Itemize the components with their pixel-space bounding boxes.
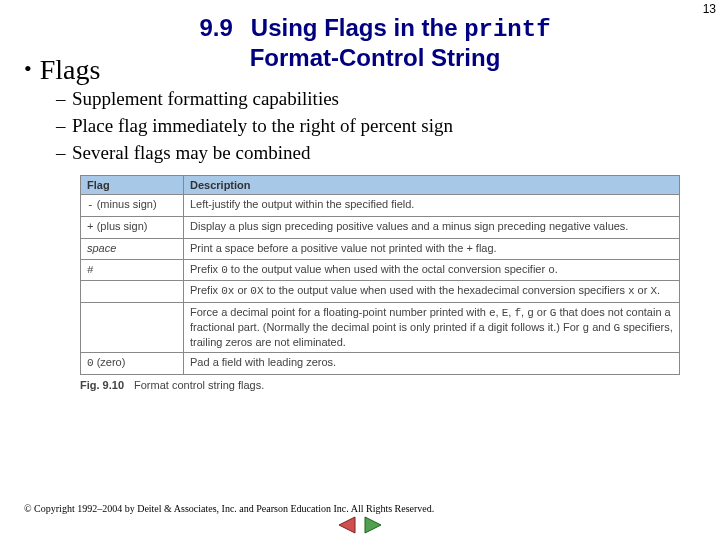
flags-table: Flag Description - (minus sign)Left-just…	[80, 175, 680, 375]
section-number: 9.9	[199, 14, 232, 41]
slide-title: 9.9Using Flags in the printf Format-Cont…	[120, 14, 630, 71]
flag-cell: - (minus sign)	[81, 195, 184, 217]
sub-bullet-text: Place flag immediately to the right of p…	[72, 115, 453, 136]
sub-bullet-list: –Supplement formatting capabilities –Pla…	[56, 87, 720, 165]
table-row: spacePrint a space before a positive val…	[81, 238, 680, 259]
flag-cell	[81, 303, 184, 353]
description-cell: Prefix 0x or 0X to the output value when…	[184, 281, 680, 303]
table-header-row: Flag Description	[81, 176, 680, 195]
flag-cell	[81, 281, 184, 303]
figure-number: Fig. 9.10	[80, 379, 124, 391]
sub-bullet-item: –Several flags may be combined	[56, 141, 720, 166]
description-cell: Left-justify the output within the speci…	[184, 195, 680, 217]
table-row: Prefix 0x or 0X to the output value when…	[81, 281, 680, 303]
svg-marker-0	[339, 517, 355, 533]
col-description: Description	[184, 176, 680, 195]
figure-caption: Fig. 9.10Format control string flags.	[80, 379, 680, 391]
prev-slide-icon[interactable]	[337, 516, 357, 534]
svg-marker-1	[365, 517, 381, 533]
sub-bullet-item: –Place flag immediately to the right of …	[56, 114, 720, 139]
table-row: - (minus sign)Left-justify the output wi…	[81, 195, 680, 217]
sub-bullet-text: Several flags may be combined	[72, 142, 310, 163]
copyright-text: © Copyright 1992–2004 by Deitel & Associ…	[24, 503, 434, 514]
figure-text: Format control string flags.	[134, 379, 264, 391]
page-number: 13	[703, 2, 716, 16]
table-row: Force a decimal point for a floating-poi…	[81, 303, 680, 353]
title-code: printf	[464, 16, 550, 43]
main-bullet: •Flags	[24, 54, 100, 86]
flag-cell: 0 (zero)	[81, 353, 184, 375]
description-cell: Force a decimal point for a floating-poi…	[184, 303, 680, 353]
table-row: 0 (zero)Pad a field with leading zeros.	[81, 353, 680, 375]
description-cell: Display a plus sign preceding positive v…	[184, 217, 680, 239]
main-bullet-text: Flags	[40, 54, 101, 85]
flag-cell: + (plus sign)	[81, 217, 184, 239]
dash-icon: –	[56, 114, 72, 139]
title-line2: Format-Control String	[250, 44, 501, 71]
sub-bullet-text: Supplement formatting capabilities	[72, 88, 339, 109]
flag-cell: #	[81, 259, 184, 281]
next-slide-icon[interactable]	[363, 516, 383, 534]
nav-icons	[0, 516, 720, 538]
description-cell: Print a space before a positive value no…	[184, 238, 680, 259]
table-row: + (plus sign)Display a plus sign precedi…	[81, 217, 680, 239]
description-cell: Pad a field with leading zeros.	[184, 353, 680, 375]
flags-table-wrap: Flag Description - (minus sign)Left-just…	[80, 175, 680, 375]
flag-cell: space	[81, 238, 184, 259]
title-line1-prefix: Using Flags in the	[251, 14, 464, 41]
table-row: #Prefix 0 to the output value when used …	[81, 259, 680, 281]
bullet-dot-icon: •	[24, 56, 32, 81]
dash-icon: –	[56, 87, 72, 112]
dash-icon: –	[56, 141, 72, 166]
col-flag: Flag	[81, 176, 184, 195]
description-cell: Prefix 0 to the output value when used w…	[184, 259, 680, 281]
sub-bullet-item: –Supplement formatting capabilities	[56, 87, 720, 112]
